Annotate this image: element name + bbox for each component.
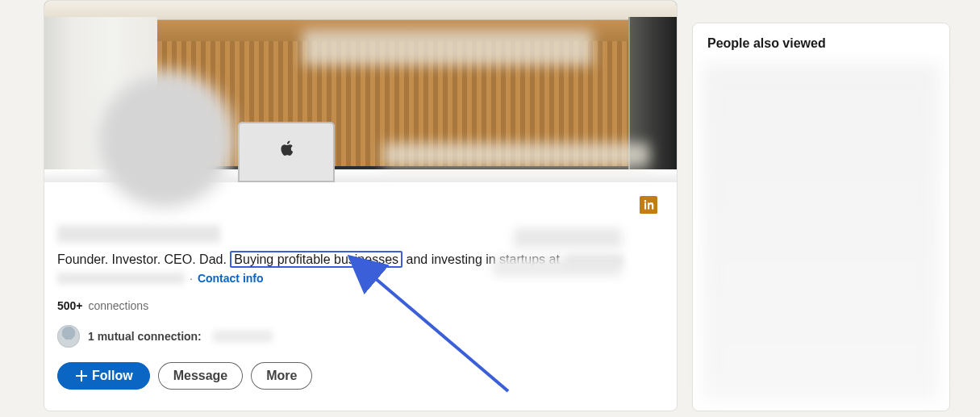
profile-card: Founder. Investor. CEO. Dad. Buying prof… <box>44 0 678 411</box>
message-label: Message <box>173 369 228 382</box>
plus-icon <box>74 369 87 382</box>
contact-info-link[interactable]: Contact info <box>198 272 264 285</box>
headline-highlight: Buying profitable businesses <box>230 251 402 268</box>
people-also-viewed-card: People also viewed <box>692 23 950 411</box>
profile-avatar[interactable] <box>94 70 235 211</box>
more-label: More <box>266 369 297 382</box>
follow-button[interactable]: Follow <box>57 362 150 390</box>
message-button[interactable]: Message <box>158 362 244 390</box>
people-also-viewed-title: People also viewed <box>707 36 935 51</box>
contact-separator: · <box>190 272 193 285</box>
cover-text-blur-2 <box>383 143 649 167</box>
action-buttons: Follow Message More <box>57 362 664 390</box>
headline-part1: Founder. Investor. CEO. Dad. <box>57 252 227 266</box>
company-badge-blur-1 <box>514 228 622 248</box>
imac-monitor <box>238 122 335 182</box>
more-button[interactable]: More <box>251 362 312 390</box>
cover-text-blur-1 <box>302 30 593 65</box>
mutual-name-blur <box>213 331 273 342</box>
connections-row[interactable]: 500+ connections <box>57 299 664 312</box>
profile-body: Founder. Investor. CEO. Dad. Buying prof… <box>57 225 664 390</box>
profile-name-blur <box>57 225 220 243</box>
connections-count: 500+ <box>57 299 83 312</box>
apple-logo-icon <box>279 140 294 157</box>
headline-tail-blur <box>566 255 623 266</box>
mutual-connections-row[interactable]: 1 mutual connection: <box>57 325 664 348</box>
linkedin-badge-icon[interactable] <box>640 196 657 214</box>
mutual-label: 1 mutual connection: <box>88 330 202 343</box>
connections-label: connections <box>88 299 148 312</box>
follow-label: Follow <box>92 369 133 383</box>
location-blur <box>57 273 185 284</box>
people-also-viewed-blur <box>703 64 940 401</box>
mutual-avatar-icon <box>57 325 80 348</box>
